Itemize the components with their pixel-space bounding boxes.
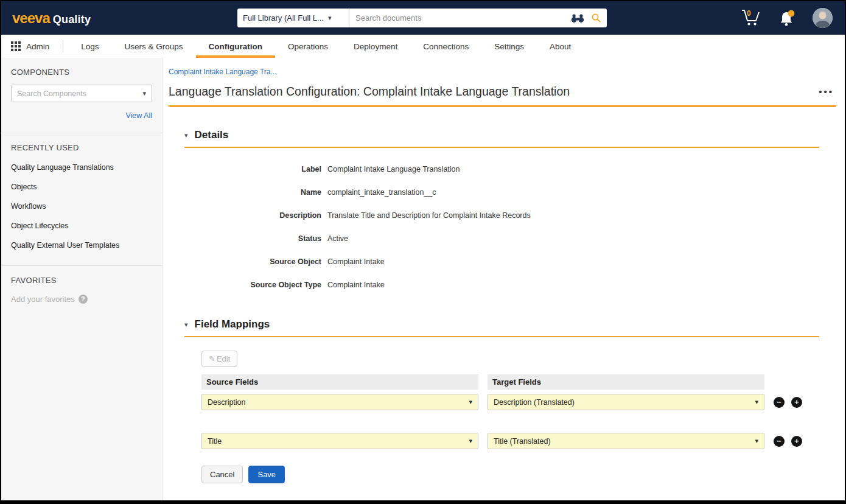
detail-row-source-object-type: Source Object Type Complaint Intake — [184, 273, 819, 296]
page-title: Language Translation Configuration: Comp… — [169, 85, 570, 99]
detail-row-label: Label Complaint Intake Language Translat… — [184, 158, 819, 181]
chevron-down-icon: ▾ — [755, 398, 758, 406]
details-heading: Details — [195, 129, 229, 141]
tab-operations[interactable]: Operations — [275, 35, 341, 58]
search-components-placeholder: Search Components — [17, 89, 138, 98]
tab-configuration[interactable]: Configuration — [196, 35, 275, 58]
sidebar-item-object-lifecycles[interactable]: Object Lifecycles — [11, 222, 152, 230]
library-selector[interactable]: Full Library (All Full L... ▾ — [237, 9, 349, 27]
target-fields-column-header: Target Fields — [488, 374, 764, 390]
edit-button[interactable]: ✎Edit — [201, 351, 237, 367]
sidebar-item-quality-language-translations[interactable]: Quality Language Translations — [11, 163, 152, 172]
sidebar-item-objects[interactable]: Objects — [11, 183, 152, 191]
view-all-link[interactable]: View All — [125, 111, 152, 120]
sidebar-item-quality-external-user-templates[interactable]: Quality External User Templates — [11, 241, 152, 250]
search-components-combobox[interactable]: Search Components ▾ — [11, 85, 152, 102]
recently-used-heading: RECENTLY USED — [11, 143, 152, 152]
chevron-down-icon: ▾ — [469, 398, 472, 406]
field-mappings-collapse-icon[interactable]: ▾ — [184, 321, 188, 329]
source-field-select-row1[interactable]: Description ▾ — [201, 394, 478, 410]
cart-icon[interactable]: 0 — [739, 7, 761, 29]
admin-nav-bar: Admin Logs Users & Groups Configuration … — [1, 35, 845, 58]
source-fields-column-header: Source Fields — [201, 374, 478, 390]
add-mapping-row1-button[interactable]: + — [791, 397, 802, 408]
product-name: Quality — [53, 13, 91, 26]
chevron-down-icon: ▾ — [142, 89, 146, 97]
tab-connections[interactable]: Connections — [410, 35, 481, 58]
favorites-empty-text: Add your favorites — [11, 295, 75, 304]
library-selector-value: Full Library (All Full L... — [243, 13, 324, 23]
admin-label: Admin — [26, 42, 49, 51]
notifications-bell-icon[interactable] — [778, 9, 795, 27]
nav-divider — [63, 40, 63, 52]
app-launcher-admin[interactable]: Admin — [11, 35, 58, 58]
target-field-select-row2[interactable]: Title (Translated) ▾ — [488, 433, 764, 449]
help-icon[interactable]: ? — [79, 295, 88, 304]
favorites-heading: FAVORITES — [11, 276, 152, 285]
row2-actions: − + — [774, 433, 816, 449]
veeva-quality-logo: veeva Quality — [12, 10, 91, 27]
field-mappings-heading: Field Mappings — [195, 318, 270, 331]
cancel-button[interactable]: Cancel — [201, 466, 243, 483]
search-input[interactable] — [349, 13, 570, 23]
details-accent-rule — [184, 147, 819, 148]
tab-users-groups[interactable]: Users & Groups — [112, 35, 196, 58]
details-collapse-icon[interactable]: ▾ — [184, 131, 188, 139]
chevron-down-icon: ▾ — [328, 14, 332, 22]
binoculars-icon[interactable] — [570, 13, 585, 23]
tab-logs[interactable]: Logs — [68, 35, 111, 58]
detail-row-source-object: Source Object Complaint Intake — [184, 250, 819, 273]
top-bar: veeva Quality Full Library (All Full L..… — [1, 1, 845, 35]
remove-mapping-row2-button[interactable]: − — [774, 436, 785, 447]
add-mapping-row2-button[interactable]: + — [791, 436, 802, 447]
cart-count-badge: 0 — [747, 9, 751, 18]
search-icon[interactable] — [591, 13, 601, 23]
pencil-icon: ✎ — [209, 354, 215, 363]
app-grid-icon[interactable] — [11, 41, 21, 51]
actions-menu-icon[interactable]: ••• — [816, 86, 836, 97]
tab-about[interactable]: About — [537, 35, 584, 58]
chevron-down-icon: ▾ — [755, 437, 758, 445]
tab-deployment[interactable]: Deployment — [341, 35, 410, 58]
main-content: Complaint Intake Language Tra... Languag… — [163, 58, 845, 500]
tab-settings[interactable]: Settings — [481, 35, 537, 58]
detail-row-description: Description Translate Title and Descript… — [184, 204, 819, 227]
detail-row-name: Name complaint_intake_translation__c — [184, 181, 819, 204]
title-accent-rule — [169, 105, 836, 107]
components-heading: COMPONENTS — [11, 68, 152, 77]
breadcrumb[interactable]: Complaint Intake Language Tra... — [169, 68, 276, 76]
sidebar-item-workflows[interactable]: Workflows — [11, 202, 152, 211]
remove-mapping-row1-button[interactable]: − — [774, 397, 785, 408]
detail-row-status: Status Active — [184, 227, 819, 250]
row1-actions: − + — [774, 394, 816, 410]
components-sidebar: COMPONENTS Search Components ▾ View All … — [1, 58, 163, 500]
chevron-down-icon: ▾ — [469, 437, 472, 445]
veeva-logo-text: veeva — [12, 10, 50, 27]
user-avatar[interactable] — [813, 8, 833, 28]
document-search-bar: Full Library (All Full L... ▾ — [237, 9, 607, 27]
source-field-select-row2[interactable]: Title ▾ — [201, 433, 478, 449]
save-button[interactable]: Save — [248, 466, 285, 483]
target-field-select-row1[interactable]: Description (Translated) ▾ — [488, 394, 764, 410]
